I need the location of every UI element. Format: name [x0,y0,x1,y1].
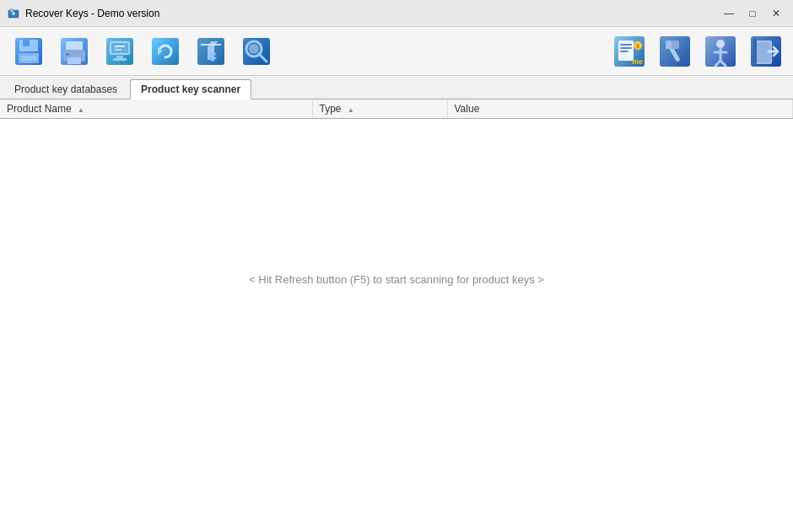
filter-icon [194,35,228,68]
column-header-type[interactable]: Type ▲ [312,99,447,119]
toolbar: me $ [0,27,793,76]
svg-point-2 [12,12,15,15]
tools-button[interactable] [655,30,695,73]
table-header-row: Product Name ▲ Type ▲ Value [0,99,793,119]
search-tool-button[interactable] [235,30,278,73]
order-button[interactable]: me $ [609,30,650,73]
filter-button[interactable] [189,30,233,73]
title-bar-title: Recover Keys - Demo version [25,8,159,19]
exit-icon [748,34,784,69]
title-bar-left: Recover Keys - Demo version [7,7,159,20]
column-header-product[interactable]: Product Name ▲ [0,99,312,119]
print-button[interactable] [52,30,96,73]
tabs: Product key databases Product key scanne… [0,76,793,99]
title-bar: Recover Keys - Demo version — □ ✕ [0,0,793,27]
main-content: Product Name ▲ Type ▲ Value < Hit Refres… [0,99,793,532]
tools-icon [657,34,693,69]
svg-rect-20 [152,38,179,65]
close-button[interactable]: ✕ [766,4,786,23]
svg-rect-40 [666,40,672,49]
scan-button[interactable] [98,30,142,73]
svg-rect-5 [23,40,30,46]
toolbar-right: me $ [609,30,786,73]
scan-icon [103,35,137,68]
refresh-icon [148,35,182,68]
svg-text:me: me [632,57,643,66]
tab-scanner[interactable]: Product key scanner [130,79,251,99]
svg-text:$: $ [636,43,639,50]
svg-rect-31 [620,44,632,46]
maximize-button[interactable]: □ [742,4,763,23]
order-icon: me $ [612,34,647,69]
minimize-button[interactable]: — [719,4,739,23]
info-icon [703,34,738,69]
svg-rect-12 [66,53,69,56]
svg-rect-16 [116,56,123,58]
tab-databases[interactable]: Product key databases [3,78,128,99]
toolbar-left [7,30,607,73]
sort-arrow-product: ▲ [78,106,84,114]
svg-rect-7 [21,56,36,61]
info-button[interactable] [700,30,741,73]
svg-rect-32 [620,47,632,49]
sort-arrow-type: ▲ [348,106,354,114]
print-icon [57,35,91,68]
table-container: Product Name ▲ Type ▲ Value < Hit Refres… [0,99,793,532]
search-tool-icon [240,35,273,68]
data-table: Product Name ▲ Type ▲ Value [0,99,793,119]
svg-rect-17 [113,58,127,61]
svg-rect-51 [753,39,757,64]
save-button[interactable] [7,30,51,73]
app-icon [7,7,20,20]
save-icon [12,35,46,68]
svg-rect-33 [620,51,628,52]
svg-rect-11 [67,57,81,64]
refresh-button[interactable] [143,30,187,73]
title-bar-controls: — □ ✕ [719,4,786,23]
svg-point-42 [716,40,725,48]
exit-button[interactable] [746,30,786,73]
svg-rect-15 [111,43,128,53]
empty-state: < Hit Refresh button (F5) to start scann… [0,119,793,439]
svg-point-27 [249,44,259,54]
svg-rect-1 [10,8,13,12]
column-header-value[interactable]: Value [447,99,793,119]
